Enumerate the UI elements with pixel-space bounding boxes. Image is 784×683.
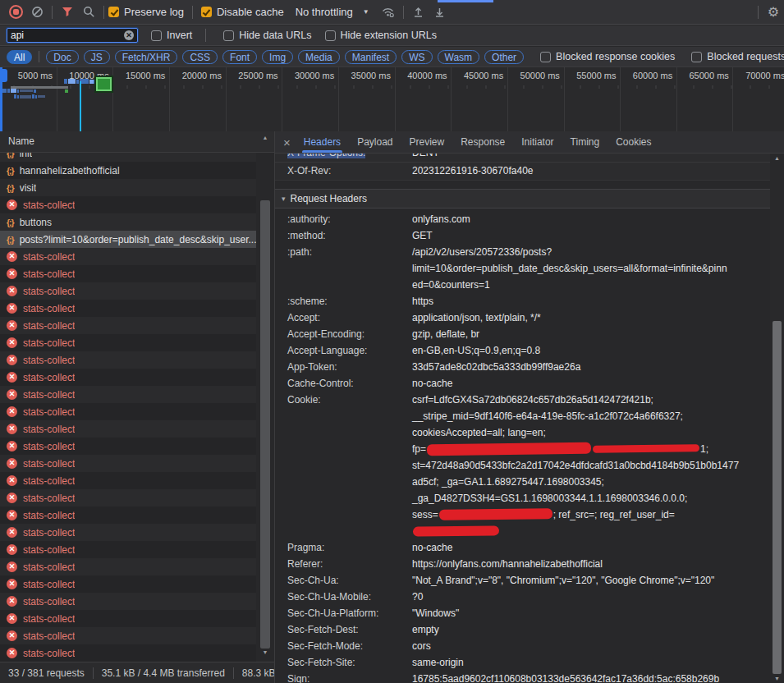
request-row[interactable]: stats-collect	[0, 300, 256, 317]
tab-timing[interactable]: Timing	[562, 131, 608, 153]
scroll-up-icon[interactable]: ▲	[258, 135, 273, 140]
details-scrollbar[interactable]: ▲ ▼	[770, 154, 784, 683]
type-filter-checkbox-item[interactable]: Blocked requests	[691, 51, 784, 62]
request-row[interactable]: stats-collect	[0, 455, 256, 472]
type-filter-pill[interactable]: Manifest	[345, 50, 397, 64]
request-row[interactable]: stats-collect	[0, 644, 256, 662]
request-row[interactable]: stats-collect	[0, 386, 256, 403]
tab-headers[interactable]: Headers	[296, 131, 349, 153]
request-row[interactable]: stats-collect	[0, 627, 256, 644]
type-filter-pill[interactable]: Fetch/XHR	[115, 50, 178, 64]
preserve-log-checkbox[interactable]	[108, 7, 119, 17]
filter-button[interactable]	[57, 2, 78, 22]
type-filter-checkbox-item[interactable]: Blocked response cookies	[540, 51, 675, 62]
type-checkbox[interactable]	[540, 52, 551, 62]
import-har-button[interactable]	[408, 2, 429, 22]
type-filter-pill[interactable]: Other	[484, 50, 524, 64]
tab-cookies[interactable]: Cookies	[607, 131, 659, 153]
header-entry: Accept: application/json, text/plain, */…	[275, 309, 784, 326]
type-checkbox[interactable]	[691, 52, 702, 62]
request-row[interactable]: stats-collect	[0, 524, 256, 541]
request-row[interactable]: stats-collect	[0, 351, 256, 369]
tab-payload[interactable]: Payload	[349, 131, 401, 153]
request-row[interactable]: hannahelizabethofficial	[0, 162, 256, 179]
clear-search-icon[interactable]: ✕	[124, 30, 134, 40]
record-button[interactable]	[5, 2, 26, 22]
network-conditions-button[interactable]	[378, 2, 399, 22]
request-row[interactable]: stats-collect	[0, 317, 256, 334]
export-har-button[interactable]	[429, 2, 451, 22]
invert-filter[interactable]: Invert	[151, 30, 192, 41]
type-filter-pill[interactable]: CSS	[182, 50, 218, 64]
request-headers-section-header[interactable]: ▾ Request Headers	[275, 189, 784, 209]
scrollbar-thumb[interactable]	[260, 200, 270, 649]
error-circle-icon	[7, 286, 17, 296]
hide-data-urls-checkbox[interactable]	[223, 30, 234, 41]
header-value: same-origin	[412, 654, 750, 671]
scroll-down-icon[interactable]: ▼	[770, 676, 784, 681]
timeline-selection-handle[interactable]	[0, 69, 7, 82]
request-row[interactable]: stats-collect	[0, 334, 256, 351]
request-row[interactable]: stats-collect	[0, 438, 256, 455]
tab-response[interactable]: Response	[452, 131, 513, 153]
header-name: Sec-Fetch-Site:	[275, 654, 412, 671]
search-button[interactable]	[78, 2, 99, 22]
disable-cache-checkbox[interactable]	[201, 7, 212, 17]
request-row[interactable]: stats-collect	[0, 507, 256, 524]
name-column-header[interactable]: Name	[0, 131, 274, 153]
request-row[interactable]: stats-collect	[0, 558, 256, 575]
request-row[interactable]: stats-collect	[0, 593, 256, 610]
header-name: Sign:	[275, 671, 412, 683]
tab-preview[interactable]: Preview	[401, 131, 453, 153]
header-entry: Sec-Fetch-Dest: empty	[275, 621, 784, 638]
timeline-tick-label: 30000 ms	[282, 71, 334, 80]
scroll-up-icon[interactable]: ▲	[770, 155, 784, 161]
tab-initiator[interactable]: Initiator	[513, 131, 562, 153]
type-filter-pill[interactable]: Font	[222, 50, 257, 64]
type-filter-pill[interactable]: Doc	[46, 50, 78, 64]
request-row[interactable]: stats-collect	[0, 610, 256, 627]
invert-checkbox[interactable]	[151, 30, 162, 41]
type-filter-pill[interactable]: Media	[298, 50, 340, 64]
filter-search-input[interactable]: api ✕	[7, 28, 138, 43]
type-filter-pill[interactable]: WS	[401, 50, 432, 64]
header-value: no-cache	[412, 375, 750, 392]
scrollbar-thumb[interactable]	[773, 321, 782, 674]
settings-button[interactable]: ⚙	[763, 2, 784, 22]
type-filter-pill[interactable]: JS	[84, 50, 110, 64]
header-name: Pragma:	[275, 539, 412, 556]
clear-button[interactable]	[26, 2, 48, 22]
request-row[interactable]: stats-collect	[0, 575, 256, 593]
chevron-down-icon[interactable]: ▼	[363, 8, 369, 16]
network-overview-timeline[interactable]: 5000 ms10000 ms15000 ms20000 ms25000 ms3…	[0, 67, 784, 132]
header-value-line: no-cache	[412, 539, 750, 556]
hide-extension-urls-checkbox[interactable]	[325, 30, 336, 41]
requests-scrollbar[interactable]: ▲ ▼	[258, 133, 273, 662]
type-filter-pill[interactable]: Wasm	[438, 50, 480, 64]
hide-data-urls-filter[interactable]: Hide data URLs	[223, 30, 311, 41]
type-filter-pill[interactable]: All	[7, 50, 32, 64]
request-row[interactable]: stats-collect	[0, 403, 256, 420]
request-row[interactable]: stats-collect	[0, 265, 256, 282]
request-row[interactable]: stats-collect	[0, 282, 256, 300]
request-row[interactable]: stats-collect	[0, 472, 256, 489]
hide-extension-urls-filter[interactable]: Hide extension URLs	[325, 30, 437, 41]
request-row[interactable]: init	[0, 153, 256, 162]
request-label: stats-collect	[23, 510, 75, 521]
request-row[interactable]: stats-collect	[0, 196, 256, 213]
request-row[interactable]: posts?limit=10&order=publish_date_desc&s…	[0, 231, 256, 248]
throttling-select[interactable]: No throttling	[296, 6, 353, 18]
scroll-down-icon[interactable]: ▼	[258, 649, 273, 655]
request-label: stats-collect	[23, 475, 75, 487]
request-row[interactable]: stats-collect	[0, 489, 256, 507]
request-row[interactable]: stats-collect	[0, 420, 256, 438]
request-row[interactable]: visit	[0, 179, 256, 196]
close-icon[interactable]: ×	[283, 136, 291, 149]
header-entry: Sec-Ch-Ua-Platform: "Windows"	[275, 605, 784, 621]
request-row[interactable]: stats-collect	[0, 248, 256, 265]
request-row[interactable]: stats-collect	[0, 541, 256, 558]
type-filter-pill[interactable]: Img	[262, 50, 293, 64]
request-row[interactable]: buttons	[0, 213, 256, 231]
request-row[interactable]: stats-collect	[0, 369, 256, 386]
header-value: /api2/v2/users/20572336/posts?limit=10&o…	[412, 244, 750, 293]
